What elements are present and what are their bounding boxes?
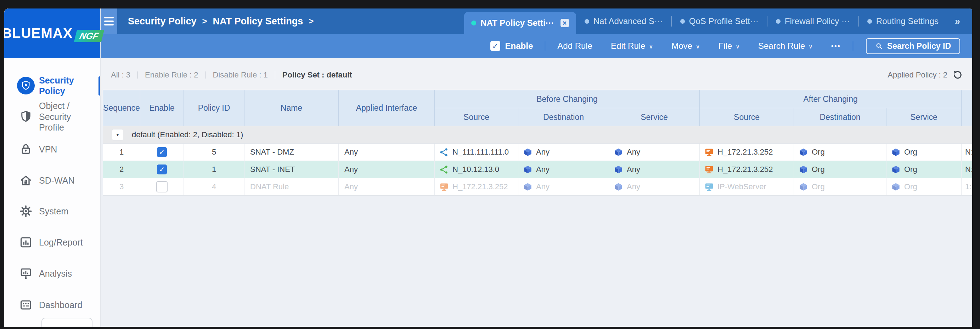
- col-header-before-source: Source: [435, 108, 519, 126]
- app-window: BLUEMAX NGF Security Policy Object / Sec…: [4, 8, 972, 327]
- row-enable-checkbox[interactable]: [156, 181, 168, 193]
- add-rule-button[interactable]: Add Rule: [557, 41, 592, 51]
- sequence-cell: 2: [103, 161, 140, 178]
- network-nodes-icon: [439, 165, 449, 174]
- search-rule-label: Search Rule: [758, 41, 805, 51]
- tab-dot-icon: [680, 19, 685, 24]
- header-top-bar: Security Policy > NAT Policy Settings > …: [100, 8, 972, 34]
- search-rule-menu-button[interactable]: Search Rule ∨: [758, 41, 813, 51]
- nat-ratio-cell: N:1: [962, 144, 972, 161]
- cube-icon: [891, 165, 900, 174]
- padlock-icon: [17, 141, 35, 158]
- sidebar-bottom-button[interactable]: [41, 318, 92, 327]
- status-separator: [205, 71, 205, 79]
- tab-dot-icon: [867, 19, 872, 24]
- name-cell: SNAT - DMZ: [245, 144, 339, 161]
- after-source-cell: H_172.21.3.252: [718, 165, 773, 174]
- caret-down-icon: ▼: [116, 132, 120, 137]
- tab-label: Firewall Policy ···: [785, 16, 850, 26]
- group-header-after-changing: After Changing: [700, 90, 962, 108]
- policy-table-container: Sequence Enable Policy ID Name Applied I…: [103, 90, 972, 327]
- tab-label: QoS Profile Sett···: [689, 16, 759, 26]
- before-source-cell: N_10.12.13.0: [452, 165, 499, 174]
- sidebar-item-analysis[interactable]: Analysis: [4, 264, 100, 283]
- sidebar-item-log-report[interactable]: Log/Report: [4, 233, 100, 252]
- cube-icon: [891, 182, 900, 192]
- enable-label: Enable: [505, 41, 533, 51]
- presentation-chart-icon: [17, 265, 35, 282]
- main-content: All : 3 Enable Rule : 2 Disable Rule : 1…: [100, 58, 972, 327]
- sidebar-item-sd-wan[interactable]: SD-WAN: [4, 171, 100, 190]
- sidebar-item-label: SD-WAN: [39, 175, 75, 186]
- status-disable-rule-count: Disable Rule : 1: [213, 70, 267, 80]
- table-row[interactable]: 1 ✓ 5 SNAT - DMZ Any N_111.111.111.0 Any…: [103, 144, 972, 161]
- file-label: File: [719, 41, 732, 51]
- policy-group-row: ▼ default (Enabled: 2, Disabled: 1): [103, 126, 972, 144]
- before-service-cell: Any: [627, 147, 640, 157]
- cube-icon: [523, 182, 533, 192]
- host-monitor-icon: [439, 182, 449, 192]
- before-service-cell: Any: [627, 165, 640, 174]
- network-nodes-icon: [439, 147, 449, 157]
- table-row[interactable]: 3 4 DNAT Rule Any H_172.21.3.252 Any Any…: [103, 178, 972, 196]
- after-source-cell: H_172.21.3.252: [718, 147, 773, 157]
- breadcrumb-item-security-policy[interactable]: Security Policy: [128, 16, 197, 27]
- col-header-nat-ratio: [962, 90, 972, 126]
- search-policy-id-button[interactable]: Search Policy ID: [866, 38, 960, 54]
- refresh-icon[interactable]: [952, 70, 963, 80]
- before-destination-cell: Any: [536, 147, 549, 157]
- brand-logo[interactable]: BLUEMAX NGF: [4, 8, 100, 58]
- after-service-cell: Org: [904, 147, 917, 157]
- table-row[interactable]: 2 ✓ 1 SNAT - INET Any N_10.12.13.0 Any A…: [103, 161, 972, 178]
- shield-half-icon: [17, 108, 35, 126]
- search-icon: [875, 42, 883, 50]
- tabs-overflow-button[interactable]: »: [947, 16, 972, 27]
- sidebar-item-label: Log/Report: [39, 237, 83, 248]
- sidebar-item-object-security-profile[interactable]: Object / Security Profile: [4, 107, 100, 127]
- file-menu-button[interactable]: File ∨: [719, 41, 740, 51]
- status-all-count: All : 3: [111, 70, 130, 80]
- after-destination-cell: Org: [812, 182, 825, 191]
- sidebar-item-label: Object / Security Profile: [39, 100, 95, 133]
- col-header-applied-interface: Applied Interface: [339, 90, 435, 126]
- row-enable-checkbox[interactable]: ✓: [157, 147, 167, 157]
- status-enable-rule-count: Enable Rule : 2: [145, 70, 198, 80]
- nat-policy-table: Sequence Enable Policy ID Name Applied I…: [103, 90, 972, 196]
- collapse-group-button[interactable]: ▼: [112, 129, 123, 141]
- status-separator: [137, 71, 138, 79]
- sidebar-item-system[interactable]: System: [4, 201, 100, 221]
- chevron-down-icon: ∨: [735, 43, 740, 50]
- tab-routing-settings[interactable]: Routing Settings: [859, 8, 947, 34]
- breadcrumb-item-nat-policy-settings[interactable]: NAT Policy Settings: [213, 16, 303, 27]
- tab-firewall-policy[interactable]: Firewall Policy ···: [767, 8, 859, 34]
- sidebar-item-label: System: [39, 206, 68, 217]
- tab-dot-icon: [776, 19, 781, 24]
- sidebar-item-security-policy[interactable]: Security Policy: [4, 76, 100, 95]
- enable-checkbox[interactable]: ✓ Enable: [490, 41, 533, 51]
- sidebar-item-label: Analysis: [39, 268, 72, 279]
- chevron-down-icon: ∨: [808, 43, 813, 50]
- tab-nat-advanced-settings[interactable]: Nat Advanced S···: [576, 8, 671, 34]
- sidebar-item-dashboard[interactable]: Dashboard: [4, 295, 100, 315]
- group-header-before-changing: Before Changing: [435, 90, 700, 108]
- tab-qos-profile-settings[interactable]: QoS Profile Sett···: [672, 8, 767, 34]
- col-header-after-destination: Destination: [794, 108, 886, 126]
- move-label: Move: [671, 41, 692, 51]
- checkbox-box: ✓: [490, 41, 500, 51]
- tab-nat-policy-settings[interactable]: NAT Policy Setti··· ×: [464, 12, 576, 34]
- sidebar-item-label: Dashboard: [39, 300, 82, 311]
- chevron-right-icon: >: [202, 16, 207, 26]
- close-icon[interactable]: ×: [560, 19, 569, 27]
- search-policy-id-label: Search Policy ID: [887, 41, 951, 51]
- cube-icon: [614, 182, 623, 192]
- edit-rule-menu-button[interactable]: Edit Rule ∨: [611, 41, 653, 51]
- host-monitor-icon: [704, 165, 714, 174]
- before-destination-cell: Any: [536, 165, 549, 174]
- after-destination-cell: Org: [812, 147, 825, 157]
- active-item-indicator: [99, 76, 100, 95]
- sidebar-item-vpn[interactable]: VPN: [4, 139, 100, 159]
- cube-icon: [523, 147, 533, 157]
- more-menu-button[interactable]: •••: [831, 42, 841, 50]
- move-menu-button[interactable]: Move ∨: [671, 41, 700, 51]
- row-enable-checkbox[interactable]: ✓: [157, 164, 167, 174]
